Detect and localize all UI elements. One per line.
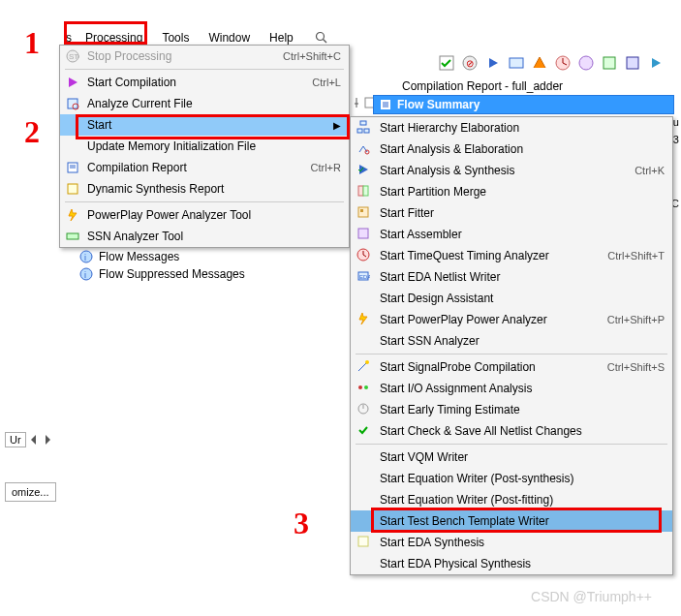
sub-power-shortcut: Ctrl+Shift+P — [607, 314, 665, 325]
sub-vqm[interactable]: Start VQM Writer — [351, 447, 672, 468]
start-submenu: Start Hierarchy Elaboration Start Analys… — [350, 116, 673, 575]
sub-eq-postfit[interactable]: Start Equation Writer (Post-fitting) — [351, 489, 672, 510]
hier-icon — [356, 120, 372, 136]
io-icon — [356, 381, 372, 396]
scroll-right-icon[interactable] — [42, 432, 53, 447]
analyze-icon — [65, 96, 80, 111]
sub-testbench[interactable]: Start Test Bench Template Writer — [351, 510, 672, 532]
compilation-report-title: Compilation Report - full_adder — [402, 79, 563, 93]
sub-analysis-synth[interactable]: Start Analysis & SynthesisCtrl+K — [351, 160, 672, 181]
tb-icon-2[interactable]: ⊘ — [461, 54, 480, 74]
sub-ssn[interactable]: Start SSN Analyzer — [351, 330, 672, 352]
svg-marker-28 — [69, 209, 77, 221]
menu-start[interactable]: Start ▶ — [60, 114, 349, 136]
svg-marker-21 — [69, 77, 77, 87]
menu-compilation-report[interactable]: Compilation Report Ctrl+R — [60, 157, 349, 178]
menu-ssn-analyzer[interactable]: SSN Analyzer Tool — [60, 226, 349, 247]
pin-icon[interactable] — [351, 97, 362, 108]
svg-text:⊘: ⊘ — [466, 58, 474, 69]
svg-text:EDA: EDA — [359, 274, 370, 280]
menu-update-memory[interactable]: Update Memory Initialization File — [60, 136, 349, 157]
sub-testbench-label: Start Test Bench Template Writer — [380, 514, 665, 528]
sub-powerplay[interactable]: Start PowerPlay Power AnalyzerCtrl+Shift… — [351, 309, 672, 330]
menu-update-label: Update Memory Initialization File — [87, 139, 341, 153]
sub-eda-synthesis[interactable]: Start EDA Synthesis — [351, 532, 672, 553]
tb-icon-10[interactable] — [647, 54, 666, 74]
tb-icon-6[interactable] — [554, 54, 573, 74]
probe-icon — [356, 359, 372, 375]
sub-sigprobe-label: Start SignalProbe Compilation — [380, 360, 607, 374]
info-icon: i — [79, 267, 93, 281]
menu-report-shortcut: Ctrl+R — [311, 162, 341, 173]
omize-button[interactable]: omize... — [5, 482, 56, 502]
tb-icon-5[interactable] — [531, 54, 550, 74]
bottom-selector: Ur — [5, 432, 53, 447]
sub-design-assistant[interactable]: Start Design Assistant — [351, 288, 672, 309]
sub-check-save[interactable]: Start Check & Save All Netlist Changes — [351, 420, 672, 442]
tree-flow-messages[interactable]: i Flow Messages — [79, 248, 245, 265]
sub-eq-postsynth[interactable]: Start Equation Writer (Post-synthesis) — [351, 468, 672, 489]
svg-rect-36 — [363, 186, 368, 196]
report-icon — [65, 160, 80, 175]
tb-icon-1[interactable] — [438, 54, 457, 74]
sub-assembler-label: Start Assembler — [380, 228, 665, 241]
menu-start-label: Start — [87, 118, 333, 132]
sub-anasyn-label: Start Analysis & Synthesis — [380, 164, 635, 177]
svg-marker-34 — [359, 165, 368, 174]
sub-eda-netlist[interactable]: EDAStart EDA Netlist Writer — [351, 266, 672, 288]
sub-edasyn-label: Start EDA Synthesis — [380, 536, 665, 549]
sub-ioassign-label: Start I/O Assignment Analysis — [380, 382, 665, 395]
ur-select[interactable]: Ur — [5, 432, 26, 447]
sub-analysis-elab[interactable]: Start Analysis & Elaboration — [351, 139, 672, 160]
flow-messages-label: Flow Messages — [99, 250, 179, 263]
svg-rect-27 — [68, 184, 77, 194]
sub-power-label: Start PowerPlay Power Analyzer — [380, 313, 607, 326]
sub-early-timing[interactable]: Start Early Timing Estimate — [351, 399, 672, 420]
clock-icon — [356, 248, 372, 263]
annotation-digit-3: 3 — [294, 506, 309, 541]
sub-io-assignment[interactable]: Start I/O Assignment Analysis — [351, 378, 672, 399]
menu-analyze-label: Analyze Current File — [87, 97, 341, 110]
sub-assembler[interactable]: Start Assembler — [351, 224, 672, 245]
svg-rect-11 — [604, 57, 615, 69]
tb-icon-8[interactable] — [601, 54, 620, 74]
sub-eqfit-label: Start Equation Writer (Post-fitting) — [380, 493, 665, 507]
watermark: CSDN @Triumph++ — [531, 589, 652, 604]
svg-point-48 — [364, 385, 368, 389]
anaelab-icon — [356, 141, 372, 157]
sub-partition-merge[interactable]: Start Partition Merge — [351, 181, 672, 202]
menu-dynamic-synthesis[interactable]: Dynamic Synthesis Report — [60, 178, 349, 200]
sub-timequest[interactable]: Start TimeQuest Timing AnalyzerCtrl+Shif… — [351, 245, 672, 266]
early-icon — [356, 402, 372, 417]
menu-powerplay-label: PowerPlay Power Analyzer Tool — [87, 208, 341, 222]
sub-eda-physical[interactable]: Start EDA Physical Synthesis — [351, 553, 672, 574]
sub-ssn-label: Start SSN Analyzer — [380, 334, 665, 348]
tb-icon-7[interactable] — [577, 54, 597, 74]
sub-timequest-shortcut: Ctrl+Shift+T — [607, 250, 665, 262]
sub-signalprobe[interactable]: Start SignalProbe CompilationCtrl+Shift+… — [351, 356, 672, 378]
flow-summary-tab[interactable]: Flow Summary — [373, 95, 674, 114]
menu-report-label: Compilation Report — [87, 161, 311, 174]
sub-checksave-label: Start Check & Save All Netlist Changes — [380, 424, 665, 438]
submenu-arrow-icon: ▶ — [333, 120, 341, 131]
flow-summary-label: Flow Summary — [397, 98, 480, 111]
tb-icon-9[interactable] — [624, 54, 643, 74]
separator — [65, 69, 344, 70]
svg-rect-35 — [358, 186, 363, 196]
tb-icon-4[interactable] — [508, 54, 527, 74]
menu-start-compilation[interactable]: Start Compilation Ctrl+L — [60, 72, 349, 93]
menu-powerplay[interactable]: PowerPlay Power Analyzer Tool — [60, 204, 349, 226]
menu-compile-label: Start Compilation — [87, 76, 312, 89]
fitter-icon — [356, 205, 372, 221]
stop-icon: STOP — [65, 48, 80, 64]
sub-hierarchy[interactable]: Start Hierarchy Elaboration — [351, 117, 672, 139]
svg-marker-56 — [31, 435, 36, 445]
scroll-left-icon[interactable] — [28, 432, 40, 447]
menu-analyze-file[interactable]: Analyze Current File — [60, 93, 349, 114]
menu-stop-shortcut: Ctrl+Shift+C — [283, 50, 341, 62]
svg-rect-38 — [360, 209, 363, 212]
tree-flow-suppressed[interactable]: i Flow Suppressed Messages — [79, 265, 245, 283]
separator — [356, 444, 667, 445]
tb-icon-3[interactable] — [484, 54, 504, 74]
sub-fitter[interactable]: Start Fitter — [351, 202, 672, 224]
